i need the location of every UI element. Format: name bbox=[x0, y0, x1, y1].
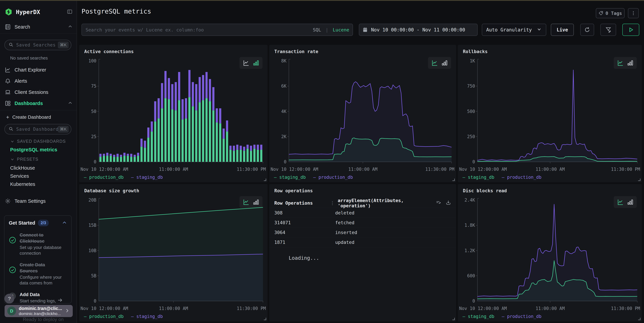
saved-dashboards-input[interactable]: Saved Dashboards ⌘K bbox=[4, 124, 71, 134]
panel-rollbacks: Rollbacks 02505007501KNov 10 12:00:00 AM… bbox=[458, 45, 642, 182]
user-profile-chip[interactable]: D dominic.tran@clic... dominic.tran@clic… bbox=[4, 305, 73, 317]
legend-item[interactable]: — production_db bbox=[313, 175, 353, 180]
chart-plot: 0255075100Nov 10 12:00:00 AM11:00:00 AM1… bbox=[79, 45, 268, 182]
column-separator: ⋮ bbox=[330, 200, 335, 206]
chevron-up-icon[interactable] bbox=[62, 220, 67, 226]
table-row[interactable]: 3064inserted bbox=[269, 228, 456, 238]
step-desc: Set up your database connection bbox=[20, 244, 62, 256]
avatar: D bbox=[7, 306, 16, 316]
chart-legend: — staging_db— production_db bbox=[462, 175, 542, 180]
column-header[interactable]: Row Operations bbox=[274, 200, 330, 206]
row-operations-table: Row Operations ⋮ arrayElement(Attributes… bbox=[269, 198, 456, 247]
play-icon bbox=[628, 26, 634, 33]
get-started-item[interactable]: Create Data Sources Configure where your… bbox=[9, 262, 67, 286]
refresh-icon bbox=[584, 26, 590, 33]
svg-text:25: 25 bbox=[91, 134, 96, 139]
saved-dashboards-group[interactable]: SAVED DASHBOARDS bbox=[0, 139, 66, 144]
panel-row-operations: Row operations Row Operations ⋮ arrayEle… bbox=[269, 184, 456, 322]
sidebar-item-chart-explorer[interactable]: Chart Explorer bbox=[0, 66, 77, 74]
more-options-button[interactable] bbox=[628, 8, 639, 18]
group-header: PRESETS bbox=[17, 157, 38, 162]
svg-text:5B: 5B bbox=[91, 273, 96, 278]
saved-searches-placeholder: Saved Searches bbox=[16, 42, 56, 48]
table-row[interactable]: 1871updated bbox=[269, 238, 456, 247]
svg-text:8K: 8K bbox=[281, 58, 287, 64]
svg-text:500: 500 bbox=[467, 109, 475, 114]
laptop-icon bbox=[5, 89, 12, 96]
filter-button[interactable] bbox=[600, 24, 616, 36]
search-input[interactable]: Search your events w/ Lucene ex. column:… bbox=[82, 24, 353, 36]
sidebar-item-team-settings[interactable]: Team Settings bbox=[0, 197, 77, 206]
cell-operation: inserted bbox=[335, 230, 451, 235]
sidebar-item-services[interactable]: Services bbox=[10, 173, 29, 179]
table-row[interactable]: 308deleted bbox=[269, 208, 456, 218]
sidebar-item-label: Team Settings bbox=[14, 198, 46, 204]
column-header[interactable]: arrayElement(Attributes, 'operation') bbox=[338, 198, 436, 208]
sql-option[interactable]: SQL bbox=[313, 27, 321, 32]
svg-text:11:00:00 AM: 11:00:00 AM bbox=[348, 167, 378, 172]
search-icon bbox=[8, 126, 14, 132]
legend-item[interactable]: — staging_db bbox=[462, 314, 494, 319]
sidebar-item-label: Alerts bbox=[14, 78, 27, 84]
step-desc: Configure where your data comes from bbox=[20, 274, 62, 286]
cell-value: 314071 bbox=[274, 220, 330, 225]
run-query-button[interactable] bbox=[622, 24, 639, 36]
help-button[interactable]: ? bbox=[4, 294, 14, 304]
table-row[interactable]: 314071fetched bbox=[269, 218, 456, 228]
get-started-card: Get Started 2/3 Connect to ClickHouse Se… bbox=[4, 215, 72, 304]
sidebar-item-dashboards[interactable]: Dashboards bbox=[0, 99, 77, 108]
legend-item[interactable]: — production_db bbox=[502, 314, 542, 319]
granularity-select[interactable]: Auto Granularity bbox=[482, 24, 546, 36]
legend-item[interactable]: — production_db bbox=[84, 314, 124, 319]
resize-handle[interactable] bbox=[452, 318, 455, 320]
legend-item[interactable]: — production_db bbox=[502, 175, 542, 180]
chevron-down-icon bbox=[10, 157, 14, 162]
tags-label: 0 Tags bbox=[606, 11, 622, 16]
presets-group[interactable]: PRESETS bbox=[0, 157, 38, 162]
hyperdx-logo-icon bbox=[5, 8, 13, 16]
svg-text:750: 750 bbox=[467, 84, 475, 88]
date-range-picker[interactable]: Nov 10 00:00:00 - Nov 11 00:00:00 bbox=[359, 24, 478, 36]
lucene-option[interactable]: Lucene bbox=[333, 27, 349, 32]
plus-icon: + bbox=[6, 114, 9, 120]
saved-searches-input[interactable]: Saved Searches ⌘K bbox=[4, 40, 71, 50]
legend-item[interactable]: — staging_db bbox=[131, 314, 163, 319]
live-button[interactable]: Live bbox=[551, 24, 574, 36]
legend-item[interactable]: — staging_db bbox=[462, 175, 494, 180]
search-in-column-icon[interactable] bbox=[436, 200, 441, 206]
legend-item[interactable]: — staging_db bbox=[274, 175, 306, 180]
language-switch[interactable]: SQL | Lucene bbox=[313, 27, 349, 32]
dashboards-icon bbox=[5, 100, 12, 107]
svg-text:Nov 10 12:00:00 AM: Nov 10 12:00:00 AM bbox=[459, 306, 507, 311]
shortcut-badge: ⌘K bbox=[58, 42, 69, 48]
sidebar-item-kubernetes[interactable]: Kubernetes bbox=[10, 182, 35, 187]
sidebar-item-search[interactable]: Search bbox=[0, 22, 77, 31]
resize-handle[interactable] bbox=[638, 318, 640, 320]
sidebar-item-clickhouse[interactable]: ClickHouse bbox=[10, 165, 35, 171]
sidebar-item-alerts[interactable]: Alerts bbox=[0, 76, 77, 86]
page-title: PostgreSQL metrics bbox=[82, 8, 151, 15]
sidebar-item-client-sessions[interactable]: Client Sessions bbox=[0, 88, 77, 96]
legend-item[interactable]: — production_db bbox=[84, 175, 124, 180]
resize-handle[interactable] bbox=[452, 178, 455, 181]
step-title: Create Data Sources bbox=[20, 262, 62, 274]
get-started-item[interactable]: Connect to ClickHouse Set up your databa… bbox=[9, 232, 67, 256]
svg-text:0: 0 bbox=[472, 298, 475, 304]
chart-explorer-icon bbox=[5, 66, 12, 73]
legend-item[interactable]: — staging_db bbox=[131, 175, 163, 180]
cell-value: 308 bbox=[274, 210, 330, 216]
svg-text:4K: 4K bbox=[281, 109, 287, 114]
svg-text:0: 0 bbox=[94, 159, 96, 164]
resize-handle[interactable] bbox=[264, 318, 266, 320]
check-circle-icon bbox=[9, 266, 16, 286]
tags-button[interactable]: 0 Tags bbox=[596, 8, 624, 18]
collapse-sidebar-icon[interactable] bbox=[67, 9, 72, 15]
create-dashboard-button[interactable]: + Create Dashboard bbox=[0, 113, 77, 122]
refresh-button[interactable] bbox=[580, 24, 594, 36]
sidebar-item-label: Client Sessions bbox=[14, 90, 48, 95]
svg-text:11:00:00 AM: 11:00:00 AM bbox=[159, 167, 188, 172]
resize-handle[interactable] bbox=[638, 178, 640, 181]
resize-handle[interactable] bbox=[264, 178, 266, 181]
sidebar-item-postgresql-metrics[interactable]: PostgreSQL metrics bbox=[10, 147, 57, 152]
download-icon[interactable] bbox=[446, 200, 451, 206]
